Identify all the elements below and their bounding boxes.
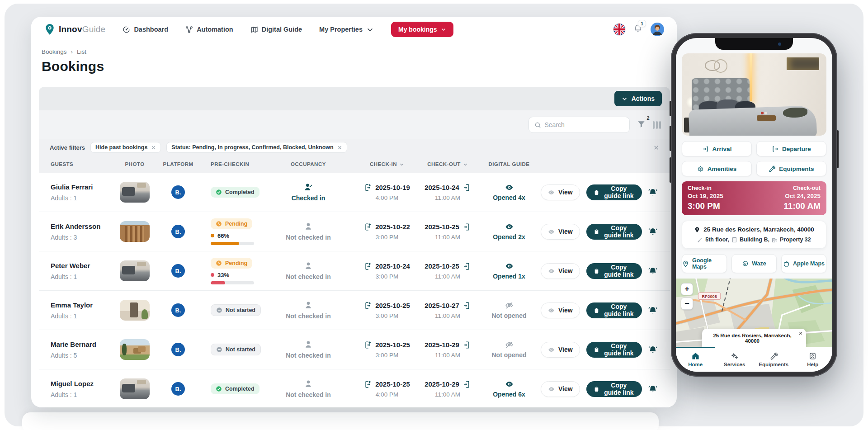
address-line1: 25 Rue des Rosiers, Marrakech, 40000 [703, 226, 814, 233]
language-flag-uk[interactable] [613, 24, 625, 35]
precheckin-status-label: Completed [225, 386, 255, 392]
view-label: View [558, 307, 573, 314]
check-in-door-icon [364, 302, 372, 310]
tab-label: Help [807, 362, 818, 367]
view-button[interactable]: View [541, 381, 580, 397]
map[interactable]: RP2008 + − 25 Rue des Rosiers, Marrakech… [676, 279, 832, 347]
camera-dot [778, 43, 781, 46]
nav-label: Dashboard [134, 26, 168, 33]
person-check-icon [304, 183, 313, 192]
departure-button[interactable]: Departure [756, 141, 826, 156]
check-out-date: 2025-10-29 [425, 380, 459, 388]
table-row: Emma Taylor Adults : 1 B. Not started No… [39, 291, 670, 330]
nav-item-digital-guide[interactable]: Digital Guide [250, 26, 302, 33]
chip-close-icon[interactable] [151, 145, 156, 150]
occupancy-cell: Not checked in [274, 340, 343, 359]
home-icon [692, 352, 699, 360]
copy-guide-link-button[interactable]: Copy guide link [586, 184, 642, 200]
waze-icon [742, 260, 749, 267]
my-bookings-button[interactable]: My bookings [391, 22, 453, 37]
wall-decor-circles [705, 60, 720, 71]
precheckin-progress: 66% [211, 232, 254, 245]
view-button[interactable]: View [541, 302, 580, 318]
eye-off-icon [505, 301, 514, 310]
bookings-panel: Actions 2 Active filters Hide past booki… [39, 87, 670, 407]
check-circle-icon [216, 386, 222, 392]
nav-item-automation[interactable]: Automation [185, 26, 233, 33]
nav-item-dashboard[interactable]: Dashboard [123, 26, 168, 33]
filter-button[interactable]: 2 [637, 120, 646, 130]
notify-bell-icon[interactable] [648, 227, 657, 236]
chevron-down-icon [622, 96, 627, 102]
map-popup-address: 25 Rue des Rosiers, Marrakech, 40000 [713, 333, 791, 344]
chip-close-icon[interactable] [337, 145, 342, 150]
check-in-date: 2025-10-24 [375, 262, 410, 270]
phone-tab-services[interactable]: Services [715, 347, 755, 372]
copy-guide-link-button[interactable]: Copy guide link [586, 302, 642, 318]
navbar: InnovGuide Dashboard Automation Digital … [31, 17, 677, 42]
my-bookings-label: My bookings [398, 26, 437, 33]
table-header: GUESTS PHOTO PLATFORM PRE-CHECKIN OCCUPA… [39, 156, 670, 173]
guide-cell: Opened 1x [477, 262, 541, 280]
waze-button[interactable]: Waze [731, 254, 777, 273]
brand-logo[interactable]: InnovGuide [44, 24, 105, 35]
arrival-button[interactable]: Arrival [682, 141, 752, 156]
phone-tab-equipments[interactable]: Equipments [754, 347, 793, 372]
check-out-time: 11:00 AM [435, 194, 460, 201]
check-in-time: 4:00 PM [376, 194, 398, 201]
notify-bell-icon[interactable] [648, 345, 657, 354]
amenities-button[interactable]: Amenities [682, 161, 752, 176]
view-button[interactable]: View [541, 263, 580, 279]
equipments-button[interactable]: Equipments [756, 161, 826, 176]
col-checkin[interactable]: CHECK-IN [356, 161, 418, 167]
notifications-bell[interactable]: 1 [633, 24, 642, 35]
nav-item-my-properties[interactable]: My Properties [319, 26, 374, 33]
apple-maps-button[interactable]: Apple Maps [781, 254, 826, 273]
guide-cell: Opened 2x [477, 222, 541, 241]
check-in-door-icon [364, 341, 372, 349]
checkout-time: 11:00 AM [783, 201, 821, 211]
zoom-in-button[interactable]: + [681, 283, 693, 295]
notify-bell-icon[interactable] [648, 266, 657, 275]
filter-chip-hide-past[interactable]: Hide past bookings [90, 142, 161, 153]
minus-circle-icon [216, 346, 222, 353]
person-icon [304, 379, 313, 388]
copy-guide-link-button[interactable]: Copy guide link [586, 224, 642, 240]
view-button[interactable]: View [541, 342, 580, 358]
actions-button[interactable]: Actions [614, 91, 662, 106]
view-button[interactable]: View [541, 184, 580, 200]
col-checkout[interactable]: CHECK-OUT [418, 161, 477, 167]
copy-guide-link-button[interactable]: Copy guide link [586, 381, 642, 397]
google-maps-button[interactable]: Google Maps [682, 254, 727, 273]
view-button[interactable]: View [541, 224, 580, 240]
stay-banner: Check-in Oct 19, 2025 3:00 PM Check-out … [682, 181, 826, 215]
notify-bell-icon[interactable] [648, 188, 657, 197]
occupancy-cell: Not checked in [274, 379, 343, 398]
check-out-time: 11:00 AM [435, 273, 460, 280]
user-avatar[interactable] [651, 23, 664, 36]
clear-filters-icon[interactable] [653, 145, 659, 151]
notify-bell-icon[interactable] [648, 306, 657, 315]
avatar-image [651, 23, 664, 36]
breadcrumb-bookings[interactable]: Bookings [42, 48, 67, 55]
check-out-time: 11:00 AM [435, 352, 460, 359]
phone-tab-home[interactable]: Home [676, 347, 715, 372]
person-icon [304, 301, 313, 310]
copy-guide-link-button[interactable]: Copy guide link [586, 342, 642, 358]
phone-tab-help[interactable]: Help [793, 347, 833, 372]
copy-guide-link-button[interactable]: Copy guide link [586, 263, 642, 279]
view-label: View [558, 189, 573, 196]
search-input[interactable] [545, 121, 624, 128]
occupancy-status: Not checked in [286, 234, 331, 241]
zoom-out-button[interactable]: − [681, 298, 693, 310]
breadcrumb-list[interactable]: List [77, 48, 86, 55]
precheckin-percent: 33% [217, 272, 229, 279]
filter-chip-status[interactable]: Status: Pending, In progress, Confirmed,… [166, 142, 347, 153]
notify-bell-icon[interactable] [648, 384, 657, 393]
columns-button[interactable] [653, 121, 661, 129]
copy-label: Copy guide link [603, 264, 635, 278]
apple-maps-label: Apple Maps [793, 260, 825, 267]
popup-close-icon[interactable] [798, 331, 803, 336]
guide-open-count: Opened 1x [493, 273, 525, 280]
sort-chevron-icon [463, 162, 468, 167]
